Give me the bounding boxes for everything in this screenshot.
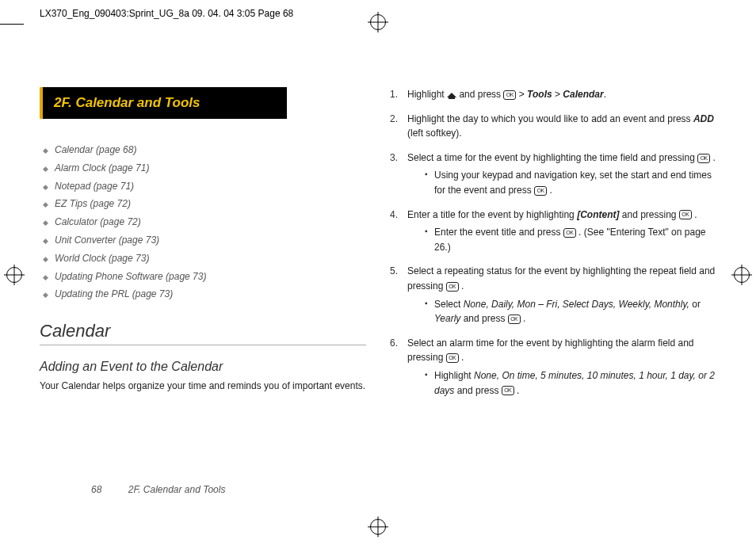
toc-item: Calendar (page 68) [43, 141, 366, 159]
ok-icon [563, 228, 576, 238]
softkey-add: ADD [693, 113, 714, 124]
text: Highlight [407, 89, 447, 100]
substep: Select None, Daily, Mon – Fri, Select Da… [425, 297, 716, 326]
ok-icon [679, 210, 692, 219]
text: and press [454, 385, 501, 396]
page-footer: 68 2F. Calendar and Tools [91, 484, 225, 495]
heading-adding-event: Adding an Event to the Calendar [40, 360, 366, 374]
step-3-sub: Using your keypad and navigation key, se… [425, 168, 716, 197]
section-title-text: 2F. Calendar and Tools [54, 95, 200, 110]
toc-item: Updating Phone Software (page 73) [43, 268, 366, 286]
text: Highlight [434, 370, 474, 381]
step-4-sub: Enter the event title and press . (See "… [425, 225, 716, 254]
text: . [710, 152, 716, 163]
text: . [547, 185, 552, 196]
text: . [459, 352, 464, 363]
text: . [514, 385, 520, 396]
substep: Enter the event title and press . (See "… [425, 225, 716, 254]
text: Enter a title for the event by highlight… [407, 209, 577, 220]
right-column: Highlight and press > Tools > Calendar. … [390, 87, 716, 407]
text: . [521, 313, 526, 324]
ok-icon [697, 154, 710, 163]
ok-icon [503, 90, 516, 100]
page-content: 2F. Calendar and Tools Calendar (page 68… [40, 48, 716, 501]
intro-paragraph: Your Calendar helps organize your time a… [40, 379, 366, 393]
print-job-header: LX370_Eng_090403:Sprint_UG_8a 09. 04. 04… [40, 8, 293, 19]
text: . [604, 89, 606, 100]
menu-tools: Tools [527, 89, 552, 100]
left-column: 2F. Calendar and Tools Calendar (page 68… [40, 87, 366, 407]
page-number: 68 [91, 484, 101, 495]
toc-item: Updating the PRL (page 73) [43, 285, 366, 303]
menu-calendar: Calendar [563, 89, 603, 100]
text: . [692, 209, 697, 220]
registration-mark-bottom [370, 519, 386, 535]
text: Select a time for the event by highlight… [407, 152, 697, 163]
text: (left softkey). [407, 128, 462, 139]
ok-icon [446, 282, 459, 292]
heading-calendar: Calendar [40, 321, 366, 345]
step-5-sub: Select None, Daily, Mon – Fri, Select Da… [425, 297, 716, 326]
text: Select [434, 299, 464, 310]
toc-item: World Clock (page 73) [43, 250, 366, 268]
toc-item: Calculator (page 72) [43, 213, 366, 231]
text: Enter the event title and press [434, 227, 563, 238]
table-of-contents: Calendar (page 68) Alarm Clock (page 71)… [43, 141, 366, 303]
text: and press [460, 313, 507, 324]
repeat-yearly: Yearly [434, 313, 460, 324]
toc-item: Unit Converter (page 73) [43, 231, 366, 250]
step-2: Highlight the day to which you would lik… [390, 112, 716, 141]
text: and press [459, 89, 503, 100]
text: > [519, 89, 527, 100]
registration-mark-left [6, 267, 22, 283]
step-4: Enter a title for the event by highlight… [390, 208, 716, 255]
field-content: [Content] [577, 209, 619, 220]
section-title-tab: 2F. Calendar and Tools [40, 87, 287, 119]
step-3: Select a time for the event by highlight… [390, 151, 716, 198]
ok-icon [508, 315, 521, 324]
crop-mark [0, 24, 24, 25]
text: and pressing [619, 209, 678, 220]
ok-icon [446, 353, 459, 363]
home-icon [447, 91, 456, 99]
ok-icon [502, 386, 514, 395]
text: Using your keypad and navigation key, se… [434, 170, 712, 196]
toc-item: Alarm Clock (page 71) [43, 159, 366, 177]
text: > [552, 89, 563, 100]
step-6-sub: Highlight None, On time, 5 minutes, 10 m… [425, 368, 716, 398]
running-title: 2F. Calendar and Tools [128, 484, 226, 495]
steps-list: Highlight and press > Tools > Calendar. … [390, 87, 716, 398]
substep: Highlight None, On time, 5 minutes, 10 m… [425, 368, 716, 398]
ok-icon [534, 186, 547, 196]
step-1: Highlight and press > Tools > Calendar. [390, 87, 716, 102]
toc-item: EZ Tips (page 72) [43, 195, 366, 213]
substep: Using your keypad and navigation key, se… [425, 168, 716, 197]
text: or [689, 299, 701, 310]
step-6: Select an alarm time for the event by hi… [390, 336, 716, 398]
step-5: Select a repeating status for the event … [390, 264, 716, 326]
text: Highlight the day to which you would lik… [407, 113, 693, 124]
toc-item: Notepad (page 71) [43, 177, 366, 196]
registration-mark-right [734, 267, 750, 283]
repeat-options: None, Daily, Mon – Fri, Select Days, Wee… [464, 299, 689, 310]
registration-mark-top [370, 14, 386, 30]
text: . [459, 280, 464, 292]
